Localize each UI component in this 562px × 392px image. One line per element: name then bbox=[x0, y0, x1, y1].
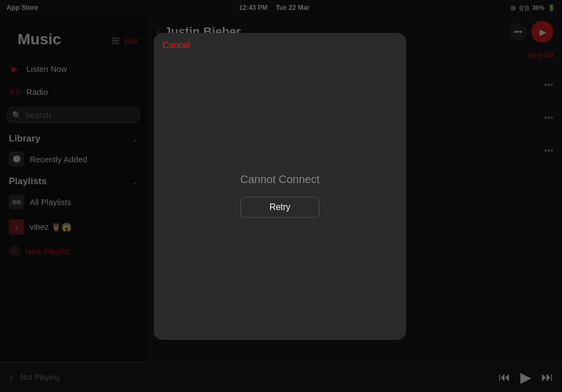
modal-body: Cannot Connect Retry bbox=[154, 50, 406, 340]
cannot-connect-modal: Cancel Cannot Connect Retry bbox=[154, 33, 406, 340]
modal-header: Cancel bbox=[154, 33, 406, 50]
modal-overlay: Cancel Cannot Connect Retry bbox=[0, 0, 562, 392]
retry-button[interactable]: Retry bbox=[240, 197, 319, 218]
cancel-button[interactable]: Cancel bbox=[162, 41, 190, 50]
error-message: Cannot Connect bbox=[240, 173, 320, 186]
